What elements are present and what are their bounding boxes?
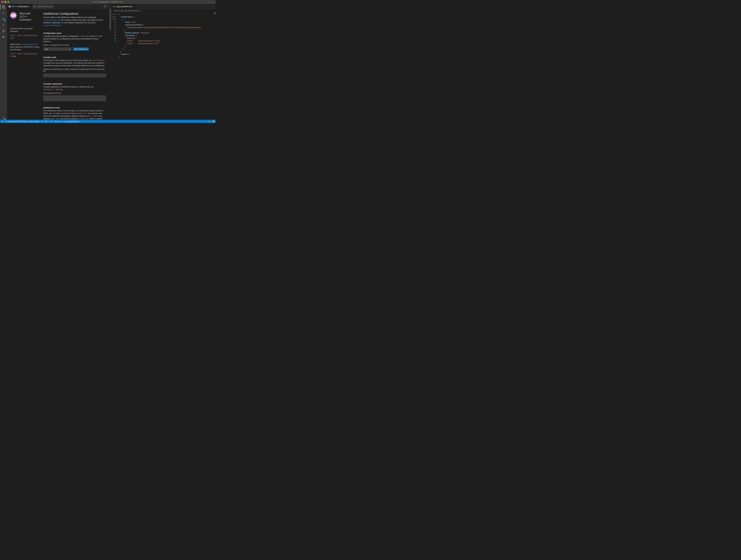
compiler-path-input[interactable] [43, 73, 106, 77]
sync-button[interactable]: ⟳ [42, 120, 43, 122]
maximize-window-icon[interactable] [7, 1, 9, 3]
remote-indicator[interactable]: ⚡ [1, 120, 3, 122]
remote-icon: ⚡ [1, 120, 3, 122]
json-link[interactable]: c_cpp_properties.json [43, 19, 61, 21]
language-mode[interactable]: {}json | ✓ c_cpp_properties.json [55, 120, 79, 122]
tab-label: c_cpp_properties.json [36, 5, 53, 8]
svg-line-3 [4, 14, 5, 14]
chevron-right-icon: › [141, 10, 141, 12]
docker-icon[interactable] [2, 35, 5, 39]
scm-badge: 3 [4, 19, 6, 21]
schema-icon: ✓ [61, 120, 63, 122]
svg-rect-14 [2, 31, 3, 32]
more-actions-icon[interactable]: ⋯ [212, 5, 214, 8]
code-lines[interactable]: { "configurations": [ { "name": "Mac", "… [118, 12, 202, 120]
svg-point-5 [2, 19, 3, 20]
page-desc: Use this editor to edit IntelliSense set… [43, 16, 106, 27]
notifications-button[interactable]: 🔔 [212, 120, 215, 122]
json-link[interactable]: c_cpp_properties.json [43, 24, 61, 26]
compiler-args-heading: Compiler arguments [43, 83, 106, 85]
section-config-name: Configuration name A friendly name that … [43, 32, 106, 51]
tab-bar-left: C/C++ Configurations × {} c_cpp_properti… [7, 4, 112, 9]
help-switch-cmd: C/C++: Edit configurations (JSON) [10, 53, 40, 58]
brand-line2: C/C++ Extension [19, 15, 40, 21]
extensions-icon[interactable] [2, 29, 5, 33]
window-controls [1, 1, 9, 3]
help-switch: Switch to the c_cpp_properties.json file… [10, 43, 40, 51]
debug-icon[interactable] [2, 23, 5, 27]
minimap-thumb[interactable] [214, 12, 216, 14]
settings-gear-icon[interactable]: 1 [2, 116, 5, 120]
brand-line1: Microsoft [19, 12, 40, 15]
tab-label: C/C++ Configurations [12, 5, 28, 8]
svg-point-4 [2, 18, 3, 18]
config-select[interactable]: Mac [43, 47, 71, 51]
minimize-window-icon[interactable] [4, 1, 6, 3]
close-window-icon[interactable] [1, 1, 3, 3]
section-compiler-path: Compiler path The full path to the compi… [43, 56, 106, 77]
compiler-args-desc: Compiler arguments to modify the include… [43, 85, 106, 91]
config-name-hint: Select a configuration set to edit. [43, 44, 106, 46]
svg-rect-15 [4, 31, 5, 32]
source-control-icon[interactable]: 3 [2, 17, 5, 21]
breadcrumb-item[interactable]: c_cpp_properties.json [123, 10, 140, 12]
svg-point-6 [4, 19, 5, 19]
git-branch[interactable]: ⎇user/jramos/FWVAL-699_current_sil_apps* [5, 120, 40, 122]
config-sidebar: C/C++ Microsoft C/C++ Extension Open thi… [10, 12, 40, 120]
tab-label: c_cpp_properties.json [115, 5, 132, 8]
compiler-path-heading: Compiler path [43, 56, 106, 58]
compiler-args-input[interactable] [43, 95, 106, 101]
svg-point-7 [3, 24, 4, 26]
extension-logo: C/C++ [10, 12, 17, 19]
help-open-label: Open this editor by using the command: [10, 27, 40, 33]
scrollbar-thumb[interactable] [109, 9, 111, 30]
breadcrumb-item[interactable]: .vscode [113, 10, 120, 12]
split-editor-icon[interactable] [104, 5, 106, 8]
code-editor[interactable]: 1 2 3 4 5 6 7 8 9 10 11 12 13 14 15 16 1… [112, 12, 216, 120]
json-icon: {} [113, 6, 114, 7]
help-open-cmd: C/C++: Edit configurations (UI) [10, 34, 40, 40]
compiler-path-desc: The full path to the compiler you use to… [43, 59, 106, 67]
compiler-args-hint: One argument per line. [43, 92, 106, 94]
page-title: IntelliSense Configurations [43, 12, 106, 15]
tab-json-left[interactable]: {} c_cpp_properties.json [32, 4, 55, 9]
more-actions-icon[interactable]: ⋯ [108, 5, 110, 8]
json-status-icon: {} [55, 120, 56, 122]
breadcrumb-item[interactable]: ... [142, 10, 144, 12]
close-icon[interactable]: × [133, 5, 135, 8]
editor-pane-right: {} c_cpp_properties.json × ⋯ .vscode › {… [112, 4, 216, 120]
close-icon[interactable]: × [29, 5, 31, 8]
line-gutter: 1 2 3 4 5 6 7 8 9 10 11 12 13 14 15 16 1… [112, 12, 118, 120]
titlebar: C/C++ Configurations — driving622_new [0, 0, 216, 4]
tab-cpp-config[interactable]: C/C++ Configurations × [7, 4, 32, 9]
json-file-link[interactable]: c_cpp_properties.json [21, 43, 38, 45]
json-icon: {} [34, 6, 35, 7]
svg-point-2 [3, 12, 4, 14]
minimap[interactable] [213, 12, 216, 120]
svg-rect-13 [2, 29, 3, 31]
smiley-icon: ☺ [208, 120, 210, 122]
config-ui-body: C/C++ Microsoft C/C++ Extension Open thi… [7, 9, 112, 120]
sync-icon: ⟳ [42, 120, 43, 122]
problems[interactable]: ⊘0 ⚠0 [45, 120, 53, 122]
search-icon[interactable] [2, 11, 5, 15]
settings-badge: 1 [4, 118, 6, 120]
tab-json-right[interactable]: {} c_cpp_properties.json × [112, 4, 136, 9]
svg-line-11 [3, 24, 3, 24]
svg-rect-16 [4, 29, 5, 31]
svg-rect-1 [3, 6, 5, 9]
feedback-button[interactable]: ☺ [208, 120, 210, 122]
config-main: IntelliSense Configurations Use this edi… [43, 12, 109, 120]
bell-icon: 🔔 [212, 120, 215, 122]
svg-point-17 [3, 118, 4, 118]
section-intellisense-mode: IntelliSense mode The IntelliSense mode … [43, 107, 106, 120]
json-icon: {} [121, 10, 122, 11]
branch-icon: ⎇ [5, 120, 8, 122]
add-configuration-button[interactable]: Add Configuration [73, 48, 89, 51]
breadcrumbs[interactable]: .vscode › {} c_cpp_properties.json › ... [112, 9, 216, 12]
config-name-heading: Configuration name [43, 32, 106, 34]
intellisense-mode-heading: IntelliSense mode [43, 107, 106, 109]
explorer-icon[interactable] [2, 5, 5, 9]
intellisense-mode-desc: The IntelliSense mode to use that maps t… [43, 109, 106, 120]
chevron-right-icon: › [120, 10, 121, 12]
